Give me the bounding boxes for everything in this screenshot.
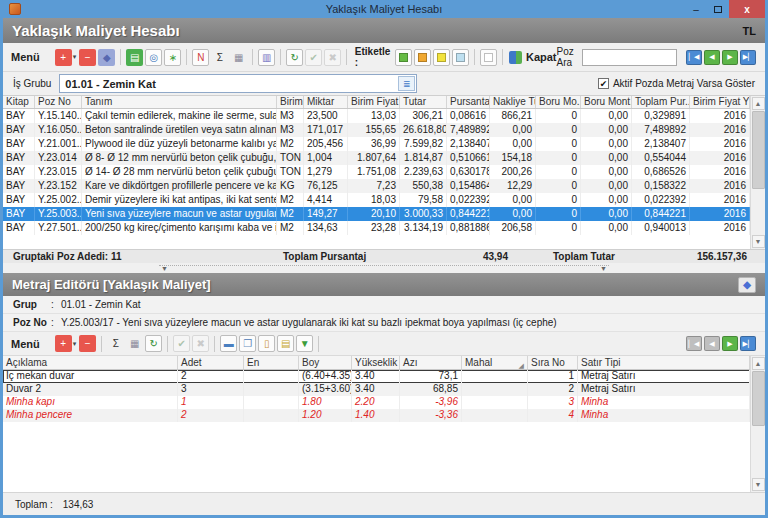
table-row[interactable]: BAYY.27.501...200/250 kg kireç/çimento k… <box>3 221 750 235</box>
table-cell[interactable]: 0,00 <box>581 207 632 221</box>
table-cell[interactable]: 20,10 <box>348 207 400 221</box>
table-cell[interactable]: 0,00 <box>581 221 632 235</box>
column-header[interactable]: Adet <box>178 356 244 369</box>
table-cell[interactable]: Demir yüzeylere iki kat antipas, iki kat… <box>82 193 277 207</box>
org-tree-icon[interactable]: ∗ <box>164 49 181 66</box>
table-cell[interactable]: M3 <box>277 109 304 123</box>
table-cell[interactable]: BAY <box>3 165 35 179</box>
table-cell[interactable]: 2,138407 <box>632 137 690 151</box>
column-header[interactable]: Azı <box>400 356 462 369</box>
table-cell[interactable]: 0,00 <box>490 193 536 207</box>
note-icon[interactable]: N <box>192 49 209 66</box>
table-cell[interactable]: 0,08616 <box>447 109 490 123</box>
table-cell[interactable]: 13,03 <box>348 109 400 123</box>
table-cell[interactable]: Minha pencere <box>3 409 178 422</box>
table-cell[interactable]: 1 <box>528 370 578 383</box>
table-cell[interactable]: Y.23.152 <box>35 179 82 193</box>
table-cell[interactable] <box>462 383 528 396</box>
table-cell[interactable]: 306,21 <box>400 109 447 123</box>
table-row[interactable]: BAYY.23.152Kare ve dikdörtgen profillerl… <box>3 179 750 193</box>
table-cell[interactable]: BAY <box>3 179 35 193</box>
table-cell[interactable]: Duvar 2 <box>3 383 178 396</box>
poz-ara-input[interactable] <box>582 49 677 66</box>
table-cell[interactable]: 7.599,82 <box>400 137 447 151</box>
table-cell[interactable]: 0,329891 <box>632 109 690 123</box>
table-cell[interactable]: M2 <box>277 193 304 207</box>
table-cell[interactable]: 0,844221 <box>447 207 490 221</box>
table-cell[interactable]: 0,00 <box>490 137 536 151</box>
table-row[interactable]: Minha pencere21.201.40-3,364Minha <box>3 409 750 422</box>
table-cell[interactable]: Y.16.050... <box>35 123 82 137</box>
table-cell[interactable]: 2016 <box>690 165 750 179</box>
new-page-icon[interactable]: ▯ <box>258 335 275 352</box>
table-cell[interactable]: 2016 <box>690 221 750 235</box>
export-icon[interactable]: ▥ <box>258 49 275 66</box>
etiketle-orange-button[interactable] <box>414 49 431 66</box>
table-cell[interactable]: Minha <box>578 396 750 409</box>
table-cell[interactable]: Minha <box>578 409 750 422</box>
table-cell[interactable]: Y.21.001... <box>35 137 82 151</box>
is-grubu-combobox[interactable]: 01.01 - Zemin Kat ≣ <box>59 74 417 93</box>
column-header[interactable]: Birim <box>277 96 304 108</box>
dropdown-caret-icon[interactable]: ▾ <box>73 340 77 348</box>
table-cell[interactable]: -3,96 <box>400 396 462 409</box>
table-cell[interactable]: 0,154864 <box>447 179 490 193</box>
table-cell[interactable]: 2016 <box>690 179 750 193</box>
table-cell[interactable]: 0,844221 <box>632 207 690 221</box>
table-cell[interactable]: 0,630178 <box>447 165 490 179</box>
table-cell[interactable]: BAY <box>3 207 35 221</box>
table-cell[interactable]: 2.239,63 <box>400 165 447 179</box>
nav-next-button[interactable]: ▶ <box>722 336 738 351</box>
nav-first-button[interactable]: ▏◀ <box>686 50 702 65</box>
table-cell[interactable]: 0 <box>536 179 581 193</box>
column-header[interactable]: Yükseklik <box>352 356 400 369</box>
table-cell[interactable]: 1 <box>178 396 244 409</box>
table-row[interactable]: İç mekan duvar2(6.40+4.35)3.4073,11Metra… <box>3 370 750 383</box>
table-cell[interactable]: 0 <box>536 137 581 151</box>
table-cell[interactable]: BAY <box>3 109 35 123</box>
table-cell[interactable]: 0,00 <box>581 151 632 165</box>
table-cell[interactable] <box>462 396 528 409</box>
list-icon[interactable]: ≣ <box>398 76 415 91</box>
table-cell[interactable]: Y.15.140... <box>35 109 82 123</box>
table-cell[interactable]: 79,58 <box>400 193 447 207</box>
printer-icon[interactable]: ▦ <box>126 335 143 352</box>
column-header[interactable]: Satır Tipi <box>578 356 750 369</box>
table-cell[interactable]: Metraj Satırı <box>578 383 750 396</box>
table-cell[interactable]: 0 <box>536 123 581 137</box>
table-cell[interactable]: Metraj Satırı <box>578 370 750 383</box>
table-cell[interactable]: 0,881886 <box>447 221 490 235</box>
column-header[interactable]: Tanım <box>82 96 277 108</box>
table-cell[interactable]: 1.751,08 <box>348 165 400 179</box>
table-cell[interactable]: Y.25.003... <box>35 207 82 221</box>
table-cell[interactable] <box>244 370 299 383</box>
table-cell[interactable]: (6.40+4.35) <box>299 370 352 383</box>
table-cell[interactable] <box>462 370 528 383</box>
table-cell[interactable]: BAY <box>3 123 35 137</box>
close-button[interactable]: x <box>729 0 765 18</box>
table-cell[interactable]: 0 <box>536 221 581 235</box>
table-cell[interactable]: KG <box>277 179 304 193</box>
table-cell[interactable]: -3,36 <box>400 409 462 422</box>
table-cell[interactable]: 2 <box>528 383 578 396</box>
scroll-down-icon[interactable]: ▼ <box>752 478 765 491</box>
table-cell[interactable]: 149,27 <box>304 207 348 221</box>
table-cell[interactable]: Ø 8- Ø 12 mm nervürlü beton çelik çubuğu… <box>82 151 277 165</box>
table-cell[interactable]: 155,65 <box>348 123 400 137</box>
clipboard-icon[interactable]: ▤ <box>277 335 294 352</box>
sigma-icon[interactable]: Σ <box>211 49 228 66</box>
metraj-filter-checkbox[interactable]: ✔ Aktif Pozda Metraj Varsa Göster <box>598 78 755 89</box>
table-row[interactable]: Duvar 23(3.15+3.60)3.4068,852Metraj Satı… <box>3 383 750 396</box>
maximize-button[interactable] <box>707 0 729 18</box>
table-cell[interactable]: 200/250 kg kireç/çimento karışımı kaba v… <box>82 221 277 235</box>
table-cell[interactable]: 2016 <box>690 151 750 165</box>
nav-prev-button[interactable]: ◀ <box>704 50 720 65</box>
table-row[interactable]: BAYY.25.003...Yeni sıva yüzeylere macun … <box>3 207 750 221</box>
kapat-button[interactable]: Kapat <box>509 51 557 64</box>
table-cell[interactable]: Y.27.501... <box>35 221 82 235</box>
table-cell[interactable]: 2016 <box>690 109 750 123</box>
table-cell[interactable]: 23,500 <box>304 109 348 123</box>
column-header[interactable]: Kitap <box>3 96 35 108</box>
table-cell[interactable]: 7,23 <box>348 179 400 193</box>
column-header[interactable]: Toplam Pur... <box>632 96 690 108</box>
